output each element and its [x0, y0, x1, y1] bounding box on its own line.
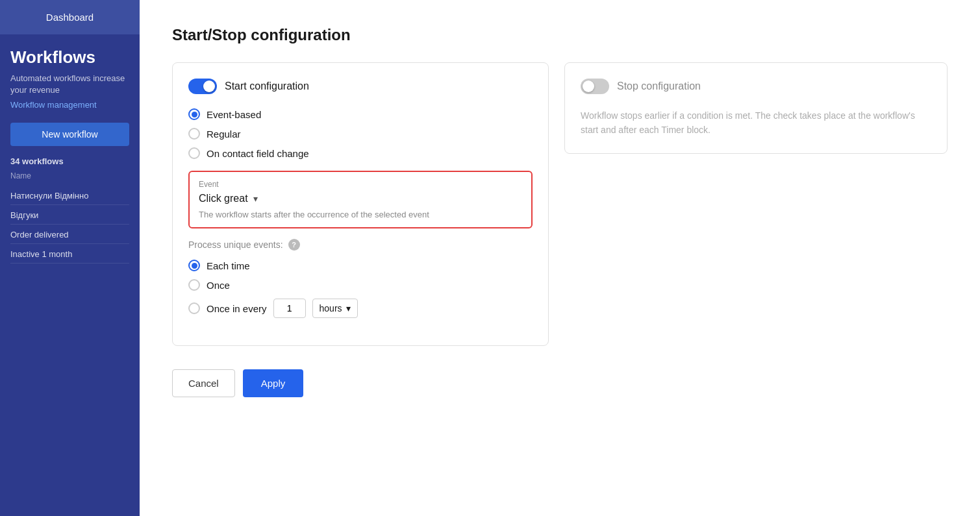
- start-config-toggle[interactable]: [188, 79, 217, 94]
- radio-contact-field[interactable]: On contact field change: [188, 147, 533, 159]
- radio-once-in-every[interactable]: Once in every hours ▾: [188, 299, 533, 318]
- radio-contact-field-circle: [188, 147, 200, 159]
- start-radio-group: Event-based Regular On contact field cha…: [188, 108, 533, 159]
- process-unique-label: Process unique events:: [188, 240, 283, 250]
- hours-select[interactable]: hours ▾: [312, 299, 358, 318]
- radio-regular-circle: [188, 128, 200, 140]
- radio-regular[interactable]: Regular: [188, 128, 533, 140]
- new-workflow-button[interactable]: New workflow: [10, 123, 129, 146]
- radio-once-label: Once: [207, 280, 230, 291]
- radio-each-time-circle: [188, 260, 200, 271]
- radio-once-circle: [188, 279, 200, 291]
- radio-event-based-circle: [188, 108, 200, 120]
- help-icon[interactable]: ?: [288, 239, 300, 251]
- process-unique-radio-group: Each time Once Once in every hours ▾: [188, 260, 533, 318]
- once-every-row: Once in every hours ▾: [207, 299, 358, 318]
- event-hint: The workflow starts after the occurrence…: [199, 210, 522, 219]
- cancel-button[interactable]: Cancel: [172, 369, 235, 397]
- hours-label: hours: [320, 303, 342, 313]
- radio-regular-label: Regular: [207, 129, 241, 140]
- radio-event-based[interactable]: Event-based: [188, 108, 533, 120]
- event-label: Event: [199, 180, 522, 189]
- process-unique-row: Process unique events: ?: [188, 239, 533, 251]
- stop-toggle-row: Stop configuration: [581, 79, 931, 94]
- radio-each-time-label: Each time: [207, 260, 250, 271]
- workflow-count: 34 workflows: [10, 156, 129, 166]
- sidebar-description: Automated workflows increase your revenu…: [10, 73, 129, 96]
- cards-row: Start configuration Event-based Regular …: [172, 62, 948, 346]
- start-toggle-label: Start configuration: [225, 80, 309, 92]
- workflow-list: Натиснули Відмінно Відгуки Order deliver…: [10, 187, 129, 264]
- radio-contact-field-label: On contact field change: [207, 148, 309, 159]
- radio-once-in-every-circle: [188, 302, 200, 314]
- sidebar-workflow-management-link[interactable]: Workflow management: [10, 100, 129, 110]
- event-box: Event Click great ▾ The workflow starts …: [188, 171, 533, 228]
- main-content: Start/Stop configuration Start configura…: [140, 0, 980, 516]
- start-toggle-row: Start configuration: [188, 79, 533, 94]
- footer-buttons: Cancel Apply: [172, 369, 948, 397]
- once-every-input[interactable]: [273, 299, 306, 318]
- stop-config-card: Stop configuration Workflow stops earlie…: [564, 62, 948, 154]
- name-column-label: Name: [10, 171, 129, 180]
- radio-each-time[interactable]: Each time: [188, 260, 533, 271]
- event-value: Click great: [199, 193, 248, 204]
- list-item[interactable]: Відгуки: [10, 206, 129, 225]
- page-title: Start/Stop configuration: [172, 26, 948, 44]
- sidebar: Dashboard Workflows Automated workflows …: [0, 0, 140, 516]
- once-in-every-label: Once in every: [207, 303, 267, 314]
- radio-once[interactable]: Once: [188, 279, 533, 291]
- hours-chevron-icon: ▾: [346, 303, 351, 313]
- sidebar-dashboard-label[interactable]: Dashboard: [0, 0, 140, 34]
- sidebar-title: Workflows: [10, 47, 129, 68]
- stop-toggle-label: Stop configuration: [617, 80, 701, 92]
- stop-description: Workflow stops earlier if a condition is…: [581, 108, 931, 138]
- start-config-card: Start configuration Event-based Regular …: [172, 62, 549, 346]
- stop-config-toggle[interactable]: [581, 79, 609, 94]
- chevron-down-icon: ▾: [253, 193, 258, 204]
- list-item[interactable]: Order delivered: [10, 226, 129, 244]
- list-item[interactable]: Inactive 1 month: [10, 245, 129, 264]
- radio-event-based-label: Event-based: [207, 109, 261, 120]
- event-select-row[interactable]: Click great ▾: [199, 193, 522, 204]
- apply-button[interactable]: Apply: [243, 369, 304, 397]
- list-item[interactable]: Натиснули Відмінно: [10, 187, 129, 205]
